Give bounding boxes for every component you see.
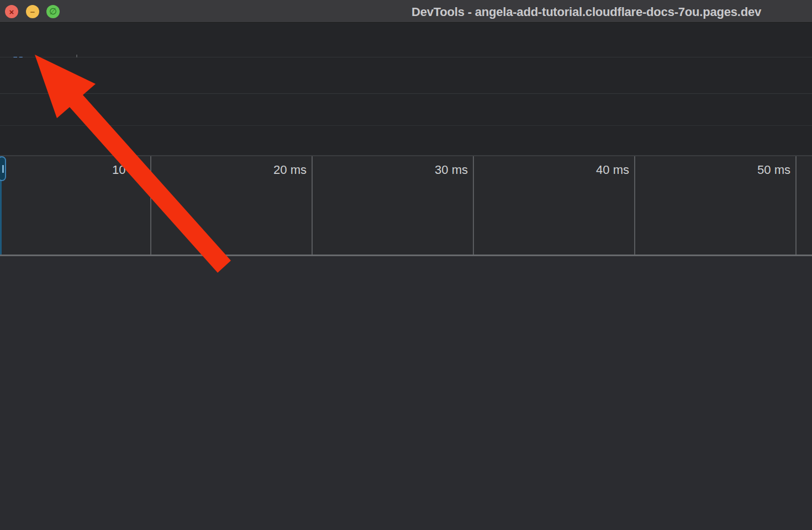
- timeline-column: 20 ms: [151, 156, 313, 256]
- close-window-button[interactable]: ×: [5, 5, 18, 18]
- network-filter-bar: Invert Hide data URLs Hide extension URL…: [0, 94, 812, 126]
- timeline-tick-label: 10 ms: [112, 163, 145, 177]
- timeline-column: 40 ms: [474, 156, 635, 256]
- window-title: DevTools - angela-add-tutorial.cloudflar…: [412, 5, 761, 19]
- timeline-column: 10 ms: [0, 156, 151, 256]
- timeline-tick-label: 20 ms: [273, 163, 307, 177]
- timeline-column: 30 ms: [313, 156, 474, 256]
- overview-window-drag-handle[interactable]: [0, 156, 6, 181]
- timeline-tick-label: 30 ms: [435, 163, 468, 177]
- network-overview-timeline[interactable]: 10 ms 20 ms 30 ms 40 ms 50 ms: [0, 156, 812, 255]
- timeline-column: 50 ms: [635, 156, 797, 256]
- timeline-tick-label: 40 ms: [596, 163, 629, 177]
- devtools-tabbar: Console Network Sources Performance Memo…: [0, 23, 812, 57]
- minimize-window-button[interactable]: −: [26, 5, 39, 18]
- requests-table-empty-area: Recording network activity… Perform a re…: [0, 256, 812, 530]
- devtools-window: × − ∅ DevTools - angela-add-tutorial.clo…: [0, 0, 812, 530]
- timeline-tick-label: 50 ms: [757, 163, 790, 177]
- network-toolbar: Preserve log Disable cache No throttling: [0, 57, 812, 94]
- zoom-window-button[interactable]: ∅: [46, 5, 60, 18]
- network-filter-bar-2: Blocked requests 3rd-party requests: [0, 126, 812, 156]
- titlebar: × − ∅ DevTools - angela-add-tutorial.clo…: [0, 0, 812, 23]
